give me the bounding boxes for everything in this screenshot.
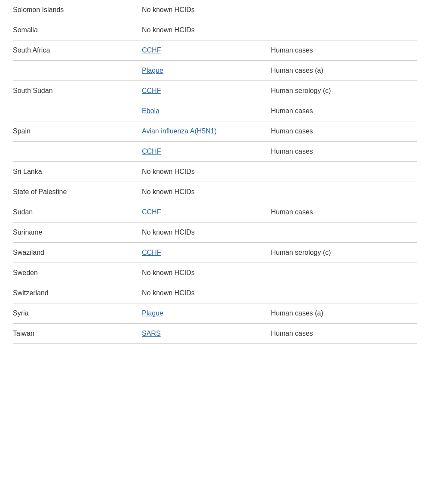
- disease-link[interactable]: CCHF: [142, 208, 161, 216]
- country-cell: Switzerland: [13, 289, 142, 297]
- evidence-cell: Human cases: [271, 107, 417, 115]
- disease-cell: No known HCIDs: [142, 289, 271, 297]
- evidence-cell: Human cases (a): [271, 67, 417, 74]
- disease-link[interactable]: CCHF: [142, 249, 161, 256]
- evidence-cell: Human serology (c): [271, 249, 417, 257]
- disease-cell: CCHF: [142, 46, 271, 54]
- table-row: SyriaPlagueHuman cases (a): [13, 303, 417, 324]
- country-cell: Sweden: [13, 269, 142, 277]
- disease-cell: Plague: [142, 67, 271, 74]
- table-row: South AfricaCCHFHuman cases: [13, 40, 417, 61]
- disease-cell: CCHF: [142, 208, 271, 216]
- disease-cell: No known HCIDs: [142, 188, 271, 196]
- table-row: SurinameNo known HCIDs: [13, 223, 417, 243]
- evidence-cell: Human cases: [271, 330, 417, 337]
- disease-cell: CCHF: [142, 87, 271, 95]
- table-row: TaiwanSARSHuman cases: [13, 324, 417, 344]
- country-cell: State of Palestine: [13, 188, 142, 196]
- disease-cell: No known HCIDs: [142, 229, 271, 236]
- country-cell: South Sudan: [13, 87, 142, 95]
- disease-cell: SARS: [142, 330, 271, 337]
- evidence-cell: Human cases: [271, 208, 417, 216]
- disease-cell: CCHF: [142, 249, 271, 257]
- disease-link[interactable]: SARS: [142, 330, 161, 337]
- country-cell: Sudan: [13, 208, 142, 216]
- table-row: CCHFHuman cases: [13, 142, 417, 162]
- disease-cell: Avian influenza A(H5N1): [142, 127, 271, 135]
- disease-cell: No known HCIDs: [142, 269, 271, 277]
- country-cell: Sri Lanka: [13, 168, 142, 176]
- disease-link[interactable]: CCHF: [142, 46, 161, 54]
- evidence-cell: Human cases (a): [271, 309, 417, 317]
- table-row: SwedenNo known HCIDs: [13, 263, 417, 283]
- disease-cell: No known HCIDs: [142, 26, 271, 34]
- disease-cell: Plague: [142, 309, 271, 317]
- table-row: EbolaHuman cases: [13, 101, 417, 121]
- country-cell: Spain: [13, 127, 142, 135]
- disease-link[interactable]: CCHF: [142, 87, 161, 94]
- table-row: PlagueHuman cases (a): [13, 61, 417, 81]
- disease-cell: No known HCIDs: [142, 6, 271, 14]
- country-cell: Taiwan: [13, 330, 142, 337]
- disease-cell: CCHF: [142, 148, 271, 155]
- country-cell: South Africa: [13, 46, 142, 54]
- table-row: State of PalestineNo known HCIDs: [13, 182, 417, 202]
- disease-link[interactable]: CCHF: [142, 148, 161, 155]
- table-row: SwitzerlandNo known HCIDs: [13, 283, 417, 303]
- table-row: Solomon IslandsNo known HCIDs: [13, 0, 417, 20]
- country-cell: Swaziland: [13, 249, 142, 257]
- evidence-cell: Human serology (c): [271, 87, 417, 95]
- disease-link[interactable]: Plague: [142, 67, 163, 74]
- table-row: SudanCCHFHuman cases: [13, 202, 417, 223]
- country-cell: Solomon Islands: [13, 6, 142, 14]
- table-row: SomaliaNo known HCIDs: [13, 20, 417, 40]
- country-cell: Suriname: [13, 229, 142, 236]
- table-row: SpainAvian influenza A(H5N1)Human cases: [13, 121, 417, 142]
- evidence-cell: Human cases: [271, 127, 417, 135]
- disease-link[interactable]: Plague: [142, 309, 163, 317]
- disease-cell: No known HCIDs: [142, 168, 271, 176]
- disease-link[interactable]: Avian influenza A(H5N1): [142, 127, 217, 135]
- evidence-cell: Human cases: [271, 148, 417, 155]
- table-row: South SudanCCHFHuman serology (c): [13, 81, 417, 101]
- country-cell: Syria: [13, 309, 142, 317]
- disease-cell: Ebola: [142, 107, 271, 115]
- table-row: Sri LankaNo known HCIDs: [13, 162, 417, 182]
- country-cell: Somalia: [13, 26, 142, 34]
- main-table: Solomon IslandsNo known HCIDsSomaliaNo k…: [0, 0, 430, 344]
- disease-link[interactable]: Ebola: [142, 107, 160, 114]
- table-row: SwazilandCCHFHuman serology (c): [13, 243, 417, 263]
- evidence-cell: Human cases: [271, 46, 417, 54]
